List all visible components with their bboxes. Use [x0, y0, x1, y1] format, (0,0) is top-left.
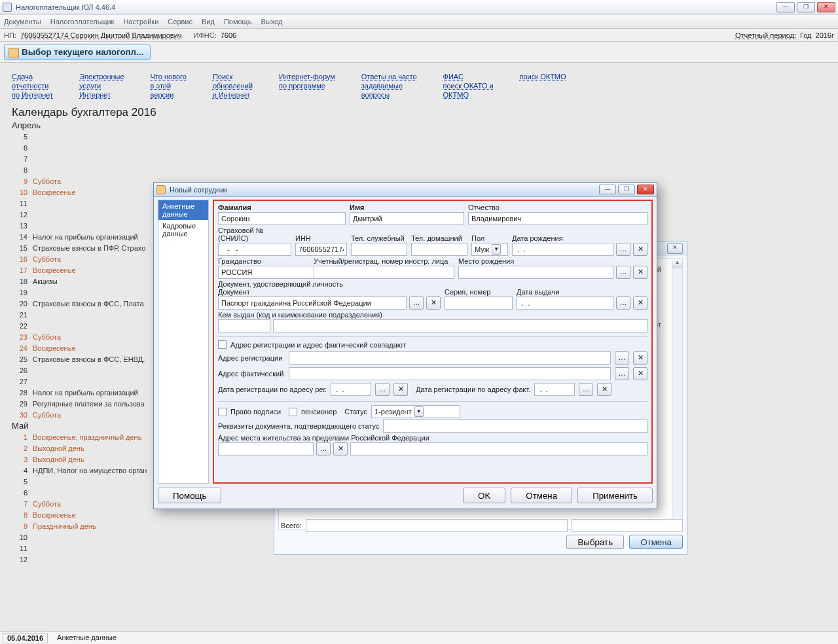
menu-help[interactable]: Помощь — [224, 18, 252, 26]
input-foreign-id[interactable] — [314, 266, 454, 279]
quick-link-6[interactable]: ФИАСпоиск ОКАТО иОКТМО — [443, 72, 494, 99]
quick-link-3[interactable]: Поискобновленийв Интернет — [213, 72, 253, 99]
foreign-country-pick[interactable]: … — [316, 442, 331, 456]
quick-link-1[interactable]: ЭлектронныеуслугиИнтернет — [79, 72, 124, 99]
input-issued[interactable] — [517, 296, 613, 310]
menu-service[interactable]: Сервис — [168, 18, 192, 26]
lbl-id-header: Документ, удостоверяющий личность — [218, 280, 647, 288]
lbl-firstname: Имя — [350, 204, 464, 211]
maximize-button[interactable]: ❐ — [797, 2, 815, 12]
foreign-country-clear[interactable]: ✕ — [333, 442, 348, 456]
dob-pick-button[interactable]: … — [616, 243, 630, 256]
menu-settings[interactable]: Настройки — [123, 18, 158, 26]
lbl-reg-date-fact: Дата регистрации по адресу факт. — [416, 385, 530, 393]
regdate-fact-clear[interactable]: ✕ — [597, 383, 611, 396]
addr-reg-clear-button[interactable]: ✕ — [633, 351, 647, 365]
quick-link-2[interactable]: Что новогов этойверсии — [151, 72, 187, 99]
input-serial[interactable] — [445, 296, 513, 310]
dlg-cancel-button[interactable]: Отмена — [511, 488, 572, 503]
regdate-fact-pick[interactable]: … — [579, 383, 593, 396]
input-issuer-name[interactable] — [273, 319, 647, 332]
input-foreign-country[interactable] — [218, 442, 314, 456]
lbl-same-address: Адрес регистрации и адрес фактический со… — [230, 341, 406, 349]
bg-cancel-button[interactable]: Отмена — [629, 535, 683, 549]
minimize-button[interactable]: — — [776, 2, 795, 12]
scroll-up-icon[interactable]: ▲ — [672, 259, 682, 268]
input-addr-reg[interactable] — [289, 351, 611, 365]
lbl-status-doc: Реквизиты документа, подтверждающего ста… — [218, 422, 379, 430]
menu-view[interactable]: Вид — [202, 18, 215, 26]
calendar-row: 12 — [16, 554, 838, 565]
lbl-birthplace: Место рождения — [458, 257, 647, 265]
period-label[interactable]: Отчетный период: — [735, 31, 796, 39]
menu-taxpayer[interactable]: Налогоплательщик — [50, 18, 115, 26]
input-snils[interactable] — [218, 243, 291, 256]
input-lastname[interactable] — [218, 212, 346, 225]
regdate-reg-pick[interactable]: … — [375, 383, 390, 396]
np-value[interactable]: 760605527174 Сорокин Дмитрий Владимирови… — [20, 31, 182, 39]
tab-hr[interactable]: Кадровые данные — [158, 220, 208, 240]
input-status-doc[interactable] — [383, 420, 647, 433]
birthplace-clear-button[interactable]: ✕ — [633, 266, 647, 279]
input-tel-home[interactable] — [411, 243, 467, 256]
input-document[interactable] — [218, 296, 407, 310]
checkbox-pensioner[interactable] — [289, 408, 297, 416]
regdate-reg-clear[interactable]: ✕ — [393, 383, 408, 396]
addr-reg-pick-button[interactable]: … — [615, 351, 629, 365]
dlg-maximize-button[interactable]: ❐ — [618, 185, 635, 194]
dlg-apply-button[interactable]: Применить — [577, 488, 653, 503]
input-patronymic[interactable] — [468, 212, 647, 225]
select-status[interactable]: 1-резидент▼ — [371, 405, 460, 418]
dlg-close-button[interactable]: ✕ — [637, 185, 654, 194]
calendar-row: 7 — [16, 154, 838, 165]
calendar-row: 8 — [16, 165, 838, 176]
document-clear-button[interactable]: ✕ — [426, 296, 441, 310]
ifns-value: 7606 — [221, 31, 236, 39]
bg-close-button[interactable]: ✕ — [667, 243, 683, 254]
addr-fact-clear-button[interactable]: ✕ — [633, 367, 647, 380]
input-foreign-addr[interactable] — [350, 442, 647, 456]
dlg-help-button[interactable]: Помощь — [158, 488, 221, 503]
quick-link-5[interactable]: Ответы на частозадаваемыевопросы — [361, 72, 417, 99]
input-issuer-code[interactable] — [218, 319, 270, 332]
close-button[interactable]: ✕ — [817, 2, 835, 12]
quick-link-7[interactable]: поиск ОКТМО — [520, 72, 566, 99]
bg-scrollbar[interactable]: ▲ ▼ — [672, 259, 682, 529]
bg-select-button[interactable]: Выбрать — [566, 535, 624, 549]
input-dob[interactable] — [512, 243, 613, 256]
quick-link-0[interactable]: Сдачаотчетностипо Интернет — [12, 72, 53, 99]
dlg-minimize-button[interactable]: — — [599, 185, 616, 194]
info-bar: НП: 760605527174 Сорокин Дмитрий Владими… — [0, 29, 838, 42]
menu-exit[interactable]: Выход — [261, 18, 282, 26]
birthplace-pick-button[interactable]: … — [616, 266, 630, 279]
input-citizenship[interactable] — [218, 266, 315, 279]
lbl-foreign-addr: Адрес места жительства за пределами Росс… — [218, 434, 647, 442]
addr-fact-pick-button[interactable]: … — [615, 367, 629, 380]
input-reg-date-reg[interactable] — [331, 383, 371, 396]
select-sex[interactable]: Муж▼ — [471, 243, 508, 256]
dlg-ok-button[interactable]: OK — [463, 488, 505, 503]
tab-personal[interactable]: Анкетные данные — [158, 200, 208, 220]
input-firstname[interactable] — [350, 212, 464, 225]
input-inn[interactable] — [295, 243, 347, 256]
checkbox-sign-right[interactable] — [218, 408, 227, 416]
issued-clear-button[interactable]: ✕ — [633, 296, 647, 310]
lbl-tel-work: Тел. служебный — [351, 234, 407, 242]
input-tel-work[interactable] — [351, 243, 407, 256]
quick-link-4[interactable]: Интернет-форумпо программе — [279, 72, 335, 99]
menu-documents[interactable]: Документы — [4, 18, 41, 26]
input-reg-date-fact[interactable] — [534, 383, 575, 396]
total-field-2 — [572, 519, 683, 532]
input-birthplace[interactable] — [458, 266, 613, 279]
dob-clear-button[interactable]: ✕ — [633, 243, 647, 256]
input-addr-fact[interactable] — [289, 367, 611, 380]
checkbox-same-address[interactable] — [218, 340, 227, 349]
lbl-serial: Серия, номер — [445, 288, 513, 296]
main-menu: Документы Налогоплательщик Настройки Сер… — [0, 14, 838, 29]
document-pick-button[interactable]: … — [409, 296, 424, 310]
lbl-pensioner: пенсионер — [301, 408, 337, 416]
select-taxpayer-button[interactable]: Выбор текущего налогопл... — [4, 45, 151, 60]
chevron-down-icon: ▼ — [414, 406, 424, 417]
issued-pick-button[interactable]: … — [616, 296, 630, 310]
total-label: Всего: — [278, 522, 302, 529]
